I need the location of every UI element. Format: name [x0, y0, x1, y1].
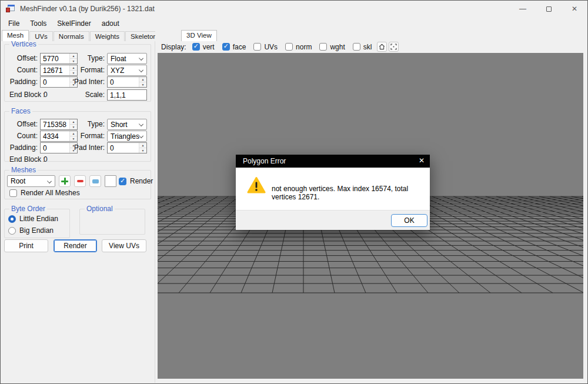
minimize-button[interactable]: —: [510, 1, 536, 17]
faces-offset-spinner[interactable]: ▲▼: [69, 119, 77, 129]
vertices-offset-label: Offset:: [7, 54, 38, 62]
rename-mesh-button[interactable]: [89, 175, 101, 187]
toggle-norm[interactable]: ✓ norm: [285, 43, 312, 51]
faces-pad-inter-input[interactable]: 0 ▲▼: [107, 142, 147, 153]
view-uvs-button[interactable]: View UVs: [102, 239, 146, 252]
faces-group: Faces Offset: 715358 ▲▼ Type: Short Coun…: [4, 111, 151, 162]
spinner-up-icon[interactable]: ▲: [70, 54, 77, 59]
print-button[interactable]: Print: [4, 239, 48, 252]
display-toolbar: Display: ✓ vert ✓ face ✓ UVs ✓ norm ✓ wg…: [158, 41, 584, 53]
menu-file[interactable]: File: [3, 18, 25, 29]
checkbox-icon[interactable]: ✓: [285, 43, 293, 51]
close-button[interactable]: ✕: [562, 1, 587, 17]
faces-padding-input[interactable]: 0 ▲▼: [40, 142, 78, 153]
toggle-face[interactable]: ✓ face: [222, 43, 246, 51]
spinner-up-icon[interactable]: ▲: [70, 65, 77, 71]
vertices-scale-input[interactable]: 1,1,1: [107, 89, 147, 101]
tab-weights[interactable]: Weights: [90, 31, 125, 41]
faces-pad-inter-spinner[interactable]: ▲▼: [139, 143, 146, 153]
vertices-pad-inter-spinner[interactable]: ▲▼: [139, 77, 146, 87]
view-uvs-button-label: View UVs: [109, 242, 139, 250]
render-checkbox[interactable]: ✓ Render: [119, 177, 153, 185]
mesh-select[interactable]: Root: [7, 175, 55, 187]
render-button-label: Render: [64, 242, 86, 250]
warning-icon: [247, 176, 266, 194]
dialog-title-bar[interactable]: Polygon Error ✕: [236, 155, 430, 168]
menu-adout[interactable]: adout: [96, 18, 125, 29]
vertices-count-spinner[interactable]: ▲▼: [69, 65, 77, 75]
toggle-wght[interactable]: ✓ wght: [319, 43, 345, 51]
menu-tools[interactable]: Tools: [25, 18, 52, 29]
vertices-end-block-value: 0: [44, 91, 48, 99]
render-checkbox-label: Render: [130, 177, 153, 185]
toggle-uvs[interactable]: ✓ UVs: [253, 43, 278, 51]
faces-count-label: Count:: [7, 132, 38, 140]
checkbox-icon[interactable]: ✓: [192, 43, 200, 51]
spinner-up-icon[interactable]: ▲: [139, 143, 146, 148]
radio-icon[interactable]: [8, 215, 16, 223]
checkbox-icon[interactable]: ✓: [319, 43, 327, 51]
reset-view-button[interactable]: [377, 42, 387, 52]
checkbox-icon[interactable]: ✓: [353, 43, 360, 51]
faces-type-select[interactable]: Short: [107, 119, 147, 130]
checkbox-icon[interactable]: ✓: [9, 189, 17, 197]
vertices-format-label: Format:: [78, 66, 105, 74]
faces-type-label: Type:: [78, 120, 105, 128]
toggle-vert[interactable]: ✓ vert: [192, 43, 215, 51]
menu-skelfinder[interactable]: SkelFinder: [52, 18, 96, 29]
render-all-meshes-checkbox[interactable]: ✓ Render All Meshes: [9, 189, 80, 197]
vertices-format-select[interactable]: XYZ: [107, 65, 147, 76]
spinner-down-icon[interactable]: ▼: [139, 148, 146, 153]
checkbox-icon[interactable]: ✓: [253, 43, 261, 51]
faces-pad-inter-value: 0: [108, 143, 139, 153]
ok-button[interactable]: OK: [391, 214, 427, 227]
mesh-color-box[interactable]: [105, 175, 116, 187]
big-endian-radio[interactable]: Big Endian: [8, 226, 54, 235]
tab-mesh[interactable]: Mesh: [2, 30, 29, 41]
spinner-down-icon[interactable]: ▼: [70, 125, 77, 129]
checkbox-icon[interactable]: ✓: [222, 43, 230, 51]
render-button[interactable]: Render: [54, 239, 97, 252]
little-endian-label: Little Endian: [19, 215, 58, 223]
spinner-down-icon[interactable]: ▼: [70, 136, 77, 141]
remove-mesh-button[interactable]: [74, 175, 86, 187]
vertices-scale-label: Scale:: [78, 91, 105, 99]
tab-3d-view[interactable]: 3D View: [181, 30, 217, 41]
faces-offset-input[interactable]: 715358 ▲▼: [40, 119, 78, 130]
spinner-down-icon[interactable]: ▼: [70, 59, 77, 64]
checkbox-icon[interactable]: ✓: [119, 178, 126, 185]
vertices-padding-input[interactable]: 0 ▲▼: [40, 76, 78, 88]
fit-view-button[interactable]: [389, 42, 399, 52]
menu-bar: File Tools SkelFinder adout: [1, 17, 587, 29]
vertices-format-value: XYZ: [111, 66, 124, 75]
spinner-down-icon[interactable]: ▼: [139, 82, 146, 87]
dialog-close-button[interactable]: ✕: [419, 156, 425, 165]
vertices-offset-spinner[interactable]: ▲▼: [69, 54, 77, 64]
display-label: Display:: [161, 43, 186, 51]
vertices-offset-input[interactable]: 5770 ▲▼: [40, 53, 78, 64]
chevron-down-icon: [139, 122, 143, 126]
minus-icon: [77, 180, 83, 182]
little-endian-radio[interactable]: Little Endian: [8, 215, 58, 223]
faces-format-value: Triangles: [111, 132, 139, 141]
vertices-type-label: Type:: [78, 54, 105, 62]
tab-normals[interactable]: Normals: [54, 31, 89, 41]
faces-format-select[interactable]: Triangles: [107, 131, 147, 142]
vertices-pad-inter-input[interactable]: 0 ▲▼: [107, 76, 147, 88]
optional-group: Optional: [79, 209, 145, 235]
faces-count-spinner[interactable]: ▲▼: [69, 131, 77, 141]
radio-icon[interactable]: [8, 227, 16, 235]
maximize-button[interactable]: [536, 1, 562, 17]
vertices-type-select[interactable]: Float: [107, 53, 147, 64]
spinner-up-icon[interactable]: ▲: [70, 131, 77, 136]
faces-count-value: 4334: [41, 131, 69, 141]
spinner-up-icon[interactable]: ▲: [139, 77, 146, 82]
check-icon: ✓: [120, 177, 125, 185]
toggle-skl[interactable]: ✓ skl: [353, 43, 372, 51]
add-mesh-button[interactable]: [59, 175, 71, 187]
vertices-count-input[interactable]: 12671 ▲▼: [40, 65, 78, 76]
faces-count-input[interactable]: 4334 ▲▼: [40, 131, 78, 142]
byte-order-group: Byte Order Little Endian Big Endian: [4, 209, 70, 238]
spinner-up-icon[interactable]: ▲: [70, 119, 77, 125]
spinner-down-icon[interactable]: ▼: [70, 71, 77, 75]
